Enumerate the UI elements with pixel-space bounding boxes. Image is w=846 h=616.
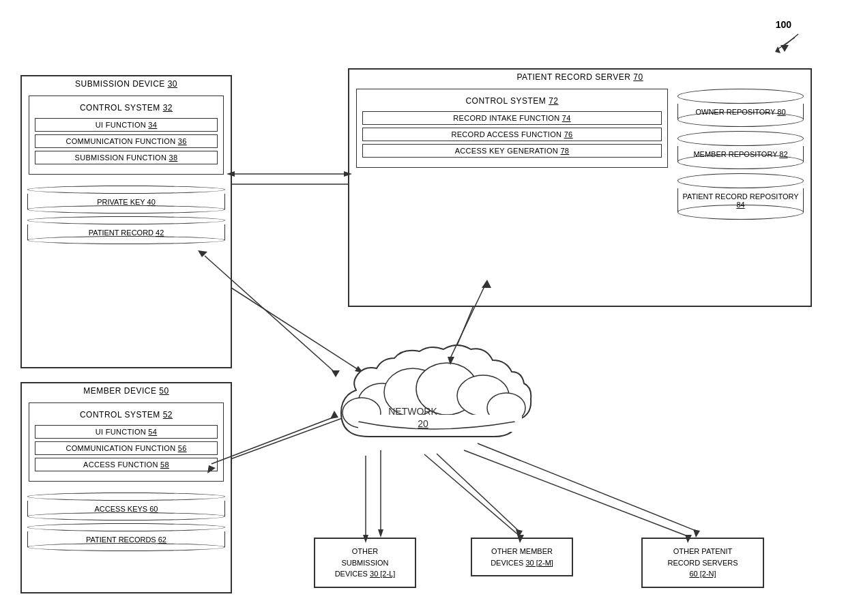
access-key-generation: ACCESS KEY GENERATION 78 (362, 144, 662, 158)
svg-marker-1 (775, 46, 781, 53)
member-access-function: ACCESS FUNCTION 58 (35, 458, 218, 471)
member-device-title: MEMBER DEVICE 50 (22, 383, 231, 398)
patient-record-repository-cylinder: PATIENT RECORD REPOSITORY 84 (677, 173, 804, 220)
cloud-svg: NETWORK 20 (314, 334, 546, 471)
record-access-function: RECORD ACCESS FUNCTION 76 (362, 128, 662, 141)
private-key-cylinder: PRIVATE KEY 40 (27, 186, 225, 214)
patient-record-cylinder: PATIENT RECORD 42 (27, 216, 225, 244)
other-submission-devices-box: OTHERSUBMISSIONDEVICES 30 [2-L] (314, 538, 416, 588)
submission-device-box: SUBMISSION DEVICE 30 CONTROL SYSTEM 32 U… (20, 75, 232, 368)
ref-100: 100 (776, 19, 791, 30)
other-patient-servers-box: OTHER PATENITRECORD SERVERS60 [2-N] (641, 538, 764, 588)
svg-text:20: 20 (418, 418, 428, 429)
other-patient-label: OTHER PATENITRECORD SERVERS60 [2-N] (648, 546, 757, 580)
svg-marker-14 (693, 529, 700, 538)
submission-comm-function: COMMUNICATION FUNCTION 36 (35, 134, 218, 148)
submission-ui-function: UI FUNCTION 34 (35, 118, 218, 132)
other-member-label: OTHER MEMBERDEVICES 30 [2-M] (478, 546, 566, 568)
svg-line-0 (778, 38, 795, 49)
member-device-box: MEMBER DEVICE 50 CONTROL SYSTEM 52 UI FU… (20, 382, 232, 593)
record-intake-function: RECORD INTAKE FUNCTION 74 (362, 111, 662, 125)
member-repository-cylinder: MEMBER REPOSITORY 82 (677, 131, 804, 169)
other-submission-label: OTHERSUBMISSIONDEVICES 30 [2-L] (321, 546, 409, 580)
prs-title: PATIENT RECORD SERVER 70 (349, 70, 811, 85)
patient-records-cylinder: PATIENT RECORDS 62 (27, 523, 225, 551)
access-keys-cylinder: ACCESS KEYS 60 (27, 493, 225, 520)
submission-device-title: SUBMISSION DEVICE 30 (22, 76, 231, 91)
svg-marker-29 (781, 45, 789, 52)
prs-control-title: CONTROL SYSTEM 72 (357, 93, 667, 108)
diagram: 100 (0, 0, 846, 616)
svg-marker-10 (378, 529, 383, 538)
other-member-devices-box: OTHER MEMBERDEVICES 30 [2-M] (471, 538, 573, 576)
network-cloud: NETWORK 20 (314, 334, 546, 471)
submission-control-title: CONTROL SYSTEM 32 (29, 100, 223, 115)
svg-text:NETWORK: NETWORK (388, 406, 437, 417)
owner-repository-cylinder: OWNER REPOSITORY 80 (677, 89, 804, 127)
patient-record-server-box: PATIENT RECORD SERVER 70 CONTROL SYSTEM … (348, 68, 812, 307)
member-comm-function: COMMUNICATION FUNCTION 56 (35, 441, 218, 455)
svg-marker-12 (516, 529, 523, 538)
submission-sub-function: SUBMISSION FUNCTION 38 (35, 151, 218, 164)
member-control-title: CONTROL SYSTEM 52 (29, 407, 223, 422)
member-ui-function: UI FUNCTION 54 (35, 425, 218, 439)
